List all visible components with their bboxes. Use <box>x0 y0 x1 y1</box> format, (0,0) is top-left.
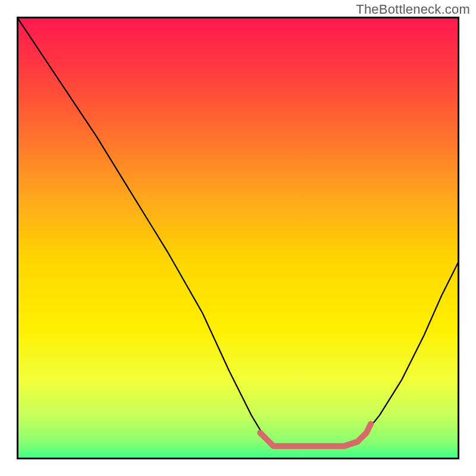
curve-layer <box>17 17 459 459</box>
chart-frame: TheBottleneck.com <box>0 0 476 476</box>
watermark-text: TheBottleneck.com <box>356 2 470 17</box>
bottleneck-curve <box>17 17 459 446</box>
plot-area <box>17 17 459 459</box>
bottleneck-highlight <box>260 424 371 446</box>
